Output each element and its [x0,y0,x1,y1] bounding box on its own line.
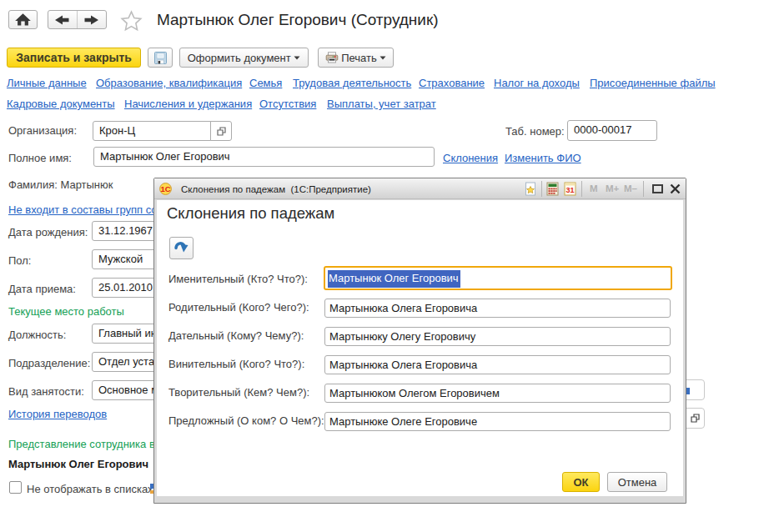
svg-text:1С: 1С [160,184,170,193]
svg-text:31: 31 [565,186,574,194]
